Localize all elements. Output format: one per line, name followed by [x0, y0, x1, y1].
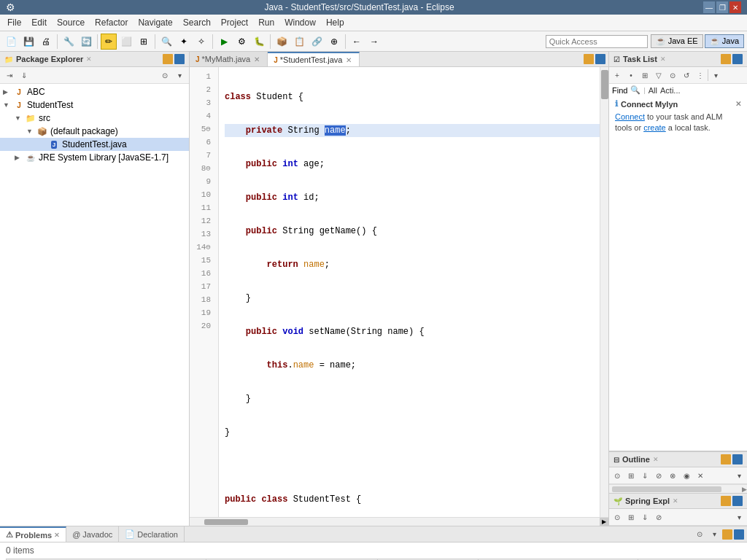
- pe-dropdown[interactable]: ▾: [173, 69, 186, 82]
- pe-collapse-all[interactable]: ⇥: [3, 69, 16, 82]
- outline-minimize-button[interactable]: [721, 454, 731, 464]
- highlight-button[interactable]: ✏: [101, 34, 117, 50]
- debug-button[interactable]: 🐛: [251, 34, 267, 50]
- tool13[interactable]: 🔗: [309, 34, 325, 50]
- tool12[interactable]: 📋: [291, 34, 307, 50]
- tl-sync[interactable]: ↺: [680, 69, 693, 82]
- studenttest-toggle-icon[interactable]: ▼: [3, 101, 13, 109]
- outline-btn7[interactable]: ✕: [694, 469, 707, 482]
- outline-btn1[interactable]: ⊙: [611, 469, 624, 482]
- tool14[interactable]: ⊕: [326, 34, 342, 50]
- close-button[interactable]: ✕: [729, 1, 741, 13]
- prev-button[interactable]: ←: [349, 34, 365, 50]
- menu-edit[interactable]: Edit: [27, 16, 51, 29]
- tab-problems[interactable]: ⚠ Problems ✕: [0, 526, 66, 542]
- pe-minimize-button[interactable]: [163, 54, 173, 64]
- tree-item-default-pkg[interactable]: ▼ 📦 (default package): [0, 125, 189, 138]
- src-toggle-icon[interactable]: ▼: [15, 114, 25, 122]
- minimize-button[interactable]: —: [703, 1, 715, 13]
- menu-window[interactable]: Window: [280, 16, 320, 29]
- mymath-close-icon[interactable]: ✕: [252, 55, 261, 63]
- mylyn-connect-link[interactable]: Connect: [615, 112, 645, 121]
- outline-btn5[interactable]: ⊗: [666, 469, 679, 482]
- tab-declaration[interactable]: 📄 Declaration: [119, 526, 185, 542]
- tl-add[interactable]: +: [611, 69, 624, 82]
- all-label[interactable]: All: [649, 86, 657, 95]
- tree-item-abc[interactable]: ▶ J ABC: [0, 85, 189, 98]
- outline-collapse[interactable]: ▾: [732, 469, 746, 482]
- spring-btn3[interactable]: ⇓: [638, 510, 651, 524]
- editor-minimize-button[interactable]: [584, 54, 594, 64]
- quick-access-input[interactable]: [546, 35, 648, 48]
- problems-dropdown-btn[interactable]: ▾: [708, 528, 721, 541]
- pe-view-menu[interactable]: ⊙: [158, 69, 171, 82]
- tool9[interactable]: ⚙: [233, 34, 249, 50]
- tool3[interactable]: ⬜: [118, 34, 134, 50]
- pkg-toggle-icon[interactable]: ▼: [26, 128, 36, 135]
- outline-btn2[interactable]: ⊞: [624, 469, 638, 482]
- spring-btn2[interactable]: ⊞: [624, 510, 638, 524]
- tree-item-jre[interactable]: ▶ ☕ JRE System Library [JavaSE-1.7]: [0, 151, 189, 164]
- pe-link-editor[interactable]: ⇓: [18, 69, 31, 82]
- refresh-button[interactable]: 🔄: [78, 34, 94, 50]
- editor-hscrollbar[interactable]: ▶: [190, 517, 608, 526]
- tab-studenttest[interactable]: J *StudentTest.java ✕: [268, 52, 360, 66]
- tool4[interactable]: ⊞: [136, 34, 152, 50]
- menu-run[interactable]: Run: [254, 16, 279, 29]
- run-button[interactable]: ▶: [216, 34, 232, 50]
- problems-minimize-button[interactable]: [722, 529, 732, 540]
- tl-dropdown[interactable]: ▾: [709, 69, 722, 82]
- code-content[interactable]: class Student { private String name; pub…: [219, 67, 608, 517]
- tree-item-studenttest-java[interactable]: J StudentTest.java: [0, 138, 189, 151]
- perspective-java[interactable]: ☕ Java: [705, 34, 744, 48]
- problems-maximize-button[interactable]: [734, 529, 744, 540]
- outline-maximize-button[interactable]: [732, 454, 743, 464]
- tree-item-src[interactable]: ▼ 📁 src: [0, 112, 189, 125]
- tl-cols[interactable]: ⊞: [638, 69, 651, 82]
- tree-item-studenttest[interactable]: ▼ J StudentTest: [0, 98, 189, 112]
- studenttest-close-icon[interactable]: ✕: [344, 55, 353, 64]
- tl-dot[interactable]: •: [624, 69, 638, 82]
- tl-filter[interactable]: ▽: [652, 69, 665, 82]
- mylyn-create-link[interactable]: create: [643, 123, 666, 132]
- tool7[interactable]: ✧: [193, 34, 209, 50]
- menu-navigate[interactable]: Navigate: [133, 16, 177, 29]
- jre-toggle-icon[interactable]: ▶: [15, 154, 25, 161]
- outline-btn6[interactable]: ◉: [680, 469, 693, 482]
- mylyn-close-icon[interactable]: ✕: [735, 100, 741, 108]
- menu-refactor[interactable]: Refactor: [90, 16, 132, 29]
- editor-hscroll-thumb[interactable]: [204, 519, 248, 525]
- perspective-java-ee[interactable]: ☕ Java EE: [651, 34, 703, 48]
- new-button[interactable]: 📄: [3, 34, 19, 50]
- tab-mymath[interactable]: J *MyMath.java ✕: [190, 52, 268, 66]
- menu-help[interactable]: Help: [322, 16, 349, 29]
- editor-maximize-button[interactable]: [595, 54, 605, 64]
- refactor-button[interactable]: 🔧: [61, 34, 77, 50]
- pe-maximize-button[interactable]: [174, 54, 185, 64]
- next-button[interactable]: →: [366, 34, 382, 50]
- abc-toggle-icon[interactable]: ▶: [3, 88, 13, 96]
- tl-maximize-button[interactable]: [732, 54, 743, 64]
- vertical-scrollbar[interactable]: [600, 67, 608, 517]
- menu-project[interactable]: Project: [217, 16, 252, 29]
- spring-maximize-button[interactable]: [732, 496, 743, 506]
- tab-javadoc[interactable]: @ Javadoc: [66, 526, 119, 542]
- save-button[interactable]: 💾: [20, 34, 36, 50]
- outline-btn4[interactable]: ⊘: [652, 469, 665, 482]
- acti-label[interactable]: Acti...: [660, 86, 681, 95]
- code-editor[interactable]: 1 2 3 4 5⊖ 6 7 8⊖ 9 10 11 12 13 14⊖ 15 1…: [190, 67, 608, 517]
- spring-minimize-button[interactable]: [721, 496, 731, 506]
- tl-minimize-button[interactable]: [721, 54, 731, 64]
- tl-group[interactable]: ⊙: [666, 69, 679, 82]
- menu-source[interactable]: Source: [53, 16, 89, 29]
- menu-file[interactable]: File: [3, 16, 26, 29]
- tl-menu[interactable]: ⋮: [694, 69, 707, 82]
- outline-scrollbar[interactable]: ▶: [609, 484, 747, 493]
- tool6[interactable]: ✦: [176, 34, 192, 50]
- menu-search[interactable]: Search: [179, 16, 215, 29]
- scroll-right-icon[interactable]: ▶: [742, 486, 747, 493]
- print-button[interactable]: 🖨: [38, 34, 54, 50]
- search-toolbar-btn[interactable]: 🔍: [158, 34, 174, 50]
- problems-action-btn[interactable]: ⊙: [693, 528, 706, 541]
- spring-btn4[interactable]: ⊘: [652, 510, 665, 524]
